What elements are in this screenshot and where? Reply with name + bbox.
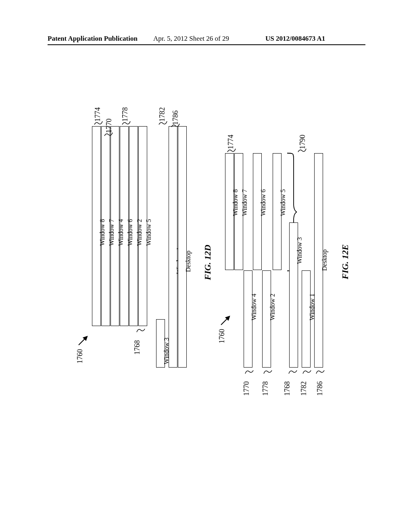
ref-1782-e: 1782 [300,381,308,396]
ref-1790-e: 1790 [298,135,307,149]
fig-12d-caption: FIG. 12D [202,245,213,280]
bar-e-desktop-label: Desktop [321,249,328,271]
ref-1774-d: 1774 [94,107,102,122]
leader-1774-e [227,148,236,152]
bar-e-r-2-label: Window 7 [241,189,248,216]
bar-d-desktop [178,126,187,368]
header-center: Apr. 5, 2012 Sheet 26 of 29 [153,35,229,43]
fig-12e-caption: FIG. 12E [340,244,350,279]
arrow-1760-e [221,316,230,325]
leader-1774-d [94,121,103,125]
ref-1768-d: 1768 [133,340,142,355]
leader-1790-e [298,148,307,152]
ref-1778-d: 1778 [121,107,129,122]
leader-1778-d [122,121,131,125]
ref-1774-e: 1774 [227,135,235,149]
bar-d-1-label: Window 8 [99,219,106,246]
leader-1768-e [288,370,297,374]
bar-d-2-label: Window 7 [108,219,115,246]
ref-1786-e: 1786 [316,381,324,396]
header-right: US 2012/0084673 A1 [265,35,325,43]
bar-d-4-label: Window 6 [127,219,134,246]
header-left: Patent Application Publication [48,35,138,43]
ref-1760-e: 1760 [218,329,226,343]
leader-1768-d [136,328,145,332]
leader-1782-d [159,121,167,125]
bar-e-r-1-label: Window 8 [232,189,239,216]
ref-1786-d: 1786 [171,110,180,125]
bar-d-window1 [169,126,177,368]
patent-page: Patent Application Publication Apr. 5, 2… [0,0,413,532]
ref-1770-d: 1770 [105,118,113,133]
ref-1768-e: 1768 [283,381,292,396]
ref-1770-e: 1770 [242,381,251,396]
ref-1782-d: 1782 [158,107,167,122]
bar-e-window3-label: Window 3 [296,237,303,264]
leader-1770-d [104,132,113,136]
leader-1778-e [263,370,272,374]
arrow-1760-d [78,336,88,345]
bar-d-3-label: Window 4 [117,219,125,246]
ref-1778-e: 1778 [261,381,270,396]
header-rule [48,44,365,45]
leader-1770-e [245,370,254,374]
bar-d-6-label: Window 5 [145,219,152,246]
leader-1782-e [302,370,311,374]
leader-1786-e [316,370,325,374]
bar-e-l-1-label: Window 4 [250,294,258,320]
ref-1760-d: 1760 [76,349,84,364]
bar-e-r-3-label: Window 6 [260,189,267,216]
bar-d-5-label: Window 2 [136,219,143,246]
bar-e-l-2-label: Window 2 [269,294,276,320]
bar-d-desktop-label: Desktop [185,251,192,272]
